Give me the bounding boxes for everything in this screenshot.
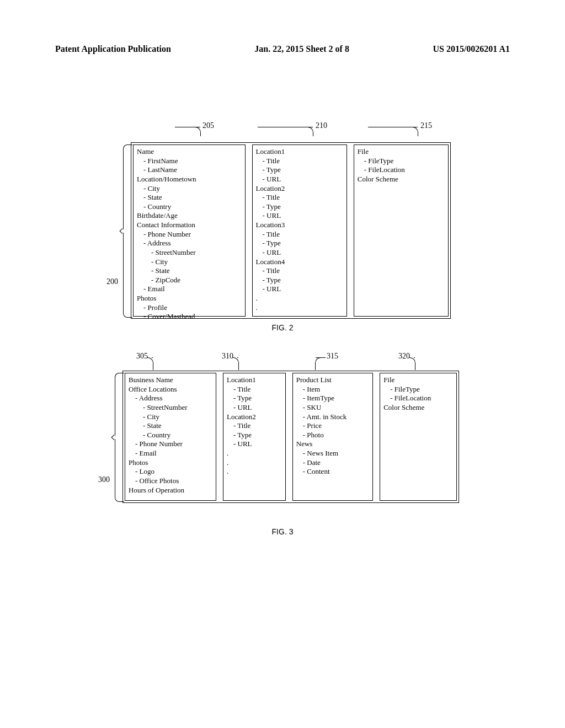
list-item: - Title: [256, 193, 342, 202]
ref-210: 210: [316, 121, 327, 130]
fig2-box-210: Location1- Title- Type- URLLocation2- Ti…: [252, 144, 347, 317]
list-item: - Country: [137, 202, 241, 212]
list-item: Color Scheme: [383, 403, 452, 413]
figure-3: 300 305 310 315 320 Business NameOffice …: [106, 349, 459, 503]
list-item: - URL: [256, 248, 342, 258]
list-item: .: [256, 303, 342, 313]
list-item: - State: [129, 421, 211, 431]
list-item: - News Item: [296, 449, 368, 458]
list-item: - URL: [256, 285, 342, 294]
list-item: - Country: [129, 431, 211, 440]
list-item: Location4: [256, 258, 342, 267]
list-item: - Title: [256, 230, 342, 239]
list-item: - FileType: [383, 385, 452, 394]
list-item: - Profile: [137, 303, 241, 313]
figure-3-wrap: 300 305 310 315 320 Business NameOffice …: [55, 349, 510, 536]
list-item: - URL: [227, 440, 281, 449]
fig2-outer-box: Name- FirstName- LastNameLocation/Hometo…: [131, 142, 451, 319]
list-item: - Address: [129, 394, 211, 403]
list-item: Location/Hometown: [137, 175, 241, 184]
ref-310: 310: [222, 352, 233, 361]
list-item: News: [296, 440, 368, 449]
fig3-box-315: Product List- Item- ItemType- SKU- Amt. …: [292, 373, 373, 501]
list-item: - Logo: [129, 467, 211, 477]
list-item: - Price: [296, 421, 368, 431]
list-item: Location2: [256, 184, 342, 194]
list-item: - Title: [227, 421, 281, 431]
list-item: .: [256, 312, 342, 322]
list-item: - Date: [296, 458, 368, 468]
page-header: Patent Application Publication Jan. 22, …: [55, 44, 510, 54]
figure-2-wrap: 200 205 210 215 Name- FirstName- LastNam…: [55, 120, 510, 332]
list-item: - Address: [137, 239, 241, 248]
ref-320: 320: [398, 352, 410, 361]
list-item: .: [256, 294, 342, 303]
fig3-outer-box: Business NameOffice Locations- Address- …: [122, 371, 459, 503]
list-item: - Type: [256, 276, 342, 285]
list-item: - Email: [129, 449, 211, 458]
list-item: Color Scheme: [358, 175, 444, 184]
list-item: Product List: [296, 376, 368, 385]
list-item: - FirstName: [137, 157, 241, 166]
list-item: - URL: [256, 175, 342, 184]
list-item: Contact Information: [137, 221, 241, 230]
header-left: Patent Application Publication: [55, 44, 171, 54]
list-item: Location1: [256, 147, 342, 157]
list-item: File: [383, 376, 452, 385]
fig2-caption: FIG. 2: [55, 323, 510, 332]
list-item: - City: [129, 413, 211, 422]
list-item: File: [358, 147, 444, 157]
list-item: - Title: [227, 385, 281, 394]
list-item: Location2: [227, 413, 281, 422]
figure-2: 200 205 210 215 Name- FirstName- LastNam…: [114, 120, 451, 319]
list-item: - Title: [256, 266, 342, 276]
list-item: Business Name: [129, 376, 211, 385]
ref-300: 300: [98, 475, 110, 484]
list-item: Location1: [227, 376, 281, 385]
header-right: US 2015/0026201 A1: [433, 44, 510, 54]
list-item: - Email: [137, 285, 241, 294]
list-item: Photos: [137, 294, 241, 303]
list-item: - URL: [256, 211, 342, 221]
list-item: - SKU: [296, 403, 368, 413]
list-item: Photos: [129, 458, 211, 468]
list-item: - Amt. in Stock: [296, 413, 368, 422]
ref-200: 200: [106, 277, 118, 286]
list-item: - URL: [227, 403, 281, 413]
list-item: - Title: [256, 157, 342, 166]
fig3-box-320: File- FileType- FileLocationColor Scheme: [380, 373, 457, 501]
list-item: - ZipCode: [137, 276, 241, 285]
list-item: - City: [137, 184, 241, 194]
list-item: - Cover/Masthead: [137, 312, 241, 322]
list-item: - FileLocation: [358, 165, 444, 175]
list-item: - Item: [296, 385, 368, 394]
list-item: - Type: [227, 394, 281, 403]
list-item: - LastName: [137, 165, 241, 175]
list-item: - Type: [256, 202, 342, 212]
fig3-box-310: Location1- Title- Type- URLLocation2- Ti…: [223, 373, 286, 501]
list-item: - Type: [227, 431, 281, 440]
list-item: - State: [137, 266, 241, 276]
list-item: .: [227, 458, 281, 468]
list-item: .: [227, 449, 281, 458]
list-item: Hours of Operation: [129, 486, 211, 495]
list-item: - State: [137, 193, 241, 202]
list-item: Name: [137, 147, 241, 157]
list-item: - ItemType: [296, 394, 368, 403]
list-item: - FileType: [358, 157, 444, 166]
list-item: - FileLocation: [383, 394, 452, 403]
list-item: - Content: [296, 467, 368, 477]
header-center: Jan. 22, 2015 Sheet 2 of 8: [254, 44, 349, 54]
list-item: - City: [137, 258, 241, 267]
list-item: Location3: [256, 221, 342, 230]
fig2-box-205: Name- FirstName- LastNameLocation/Hometo…: [133, 144, 246, 317]
list-item: Office Locations: [129, 385, 211, 394]
list-item: Birthdate/Age: [137, 211, 241, 221]
list-item: - Type: [256, 239, 342, 248]
list-item: - Photo: [296, 431, 368, 440]
list-item: - Type: [256, 165, 342, 175]
ref-305: 305: [136, 352, 148, 361]
fig2-box-215: File- FileType- FileLocationColor Scheme: [354, 144, 449, 317]
ref-205: 205: [202, 121, 214, 130]
list-item: - Phone Number: [137, 230, 241, 239]
